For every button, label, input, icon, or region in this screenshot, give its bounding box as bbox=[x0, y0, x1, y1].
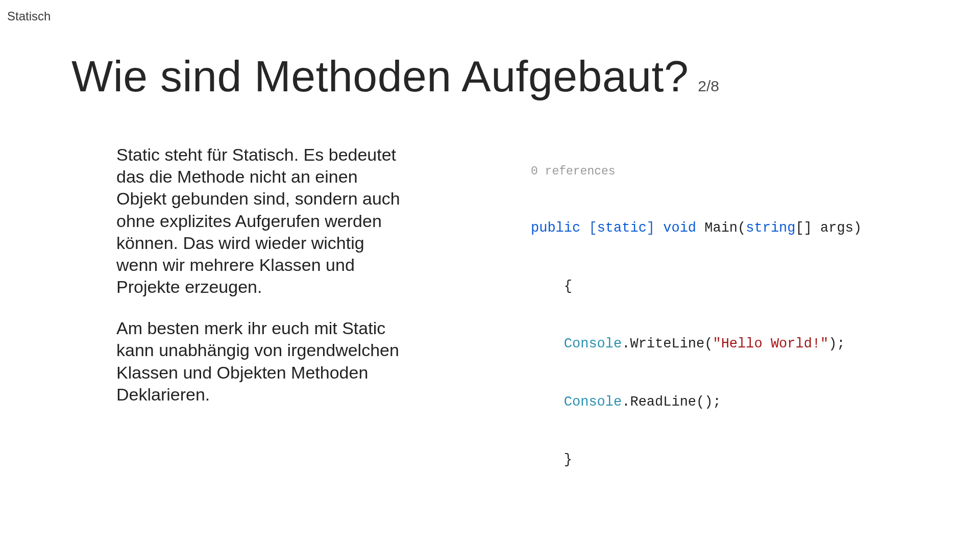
brace-close: } bbox=[564, 452, 572, 467]
call-readline: .ReadLine(); bbox=[622, 394, 721, 410]
keyword-array-brackets: [] bbox=[796, 220, 812, 236]
code-example: 0 references public [static] void Main(s… bbox=[531, 124, 862, 489]
method-name: Main bbox=[704, 220, 738, 236]
class-console-2: Console bbox=[564, 394, 622, 410]
body-paragraph-2: Am besten merk ihr euch mit Static kann … bbox=[116, 317, 402, 406]
highlight-bracket-close: ] bbox=[647, 220, 655, 236]
params-close: ) bbox=[853, 220, 862, 236]
param-name: args bbox=[812, 220, 853, 236]
code-line-brace-open: { bbox=[531, 277, 862, 296]
call-writeline-end: ); bbox=[828, 336, 845, 352]
slide-title: Wie sind Methoden Aufgebaut? bbox=[71, 51, 689, 102]
highlight-bracket-open: [ bbox=[589, 220, 597, 236]
code-line-brace-close: } bbox=[531, 450, 862, 470]
code-line-writeline: Console.WriteLine("Hello World!"); bbox=[531, 335, 862, 354]
class-console-1: Console bbox=[564, 336, 622, 352]
keyword-void: void bbox=[663, 220, 696, 236]
code-line-readline: Console.ReadLine(); bbox=[531, 393, 862, 412]
page-indicator: 2/8 bbox=[698, 78, 719, 95]
code-line-signature: public [static] void Main(string[] args) bbox=[531, 219, 862, 238]
keyword-string: string bbox=[746, 220, 795, 236]
keyword-public: public bbox=[531, 220, 580, 236]
params-open: ( bbox=[738, 220, 746, 236]
keyword-static: static bbox=[597, 220, 647, 236]
code-references-label: 0 references bbox=[531, 163, 862, 180]
top-section-label: Statisch bbox=[7, 9, 51, 23]
body-paragraph-1: Static steht für Statisch. Es bedeutet d… bbox=[116, 144, 402, 298]
call-writeline: .WriteLine( bbox=[622, 336, 713, 352]
title-row: Wie sind Methoden Aufgebaut? 2/8 bbox=[71, 51, 719, 102]
string-hello-world: "Hello World!" bbox=[713, 336, 828, 352]
brace-open: { bbox=[564, 279, 572, 294]
body-text: Static steht für Statisch. Es bedeutet d… bbox=[116, 144, 402, 406]
